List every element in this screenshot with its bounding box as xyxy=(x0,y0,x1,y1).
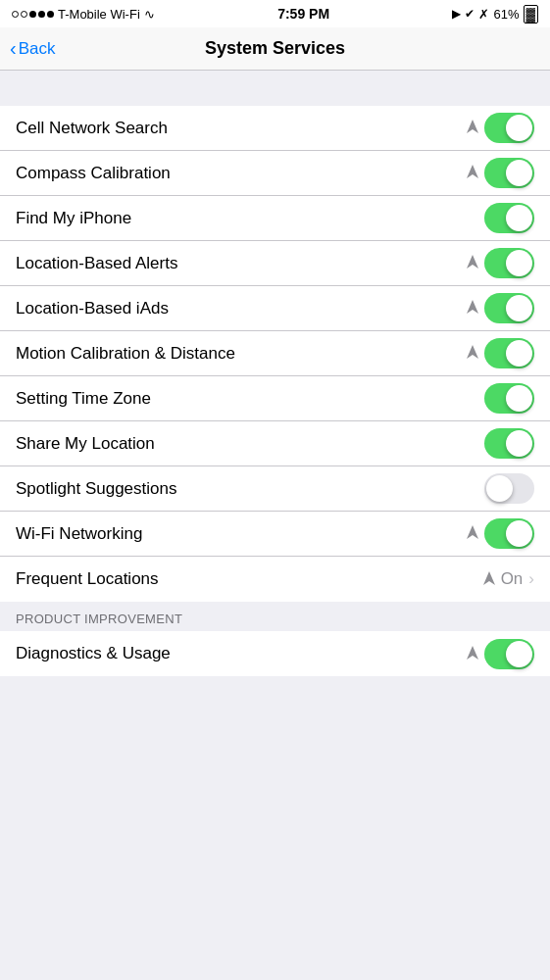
toggle-spotlight-suggestions[interactable] xyxy=(484,473,534,504)
row-label-wi-fi-networking: Wi-Fi Networking xyxy=(16,524,142,544)
toggle-knob-find-my-iphone xyxy=(506,205,532,231)
row-label-spotlight-suggestions: Spotlight Suggestions xyxy=(16,479,176,499)
row-right-cell-network-search xyxy=(467,113,534,143)
svg-marker-4 xyxy=(467,345,478,359)
signal-dot-1 xyxy=(12,11,19,18)
toggle-setting-time-zone[interactable] xyxy=(484,383,534,414)
row-label-cell-network-search: Cell Network Search xyxy=(16,119,168,138)
toggle-knob-motion-calibration xyxy=(506,340,532,367)
row-right-location-based-iads xyxy=(467,293,534,323)
location-status-icon: ▶ xyxy=(452,7,461,21)
row-share-my-location: Share My Location xyxy=(0,421,550,466)
toggle-share-my-location[interactable] xyxy=(484,428,534,459)
settings-list: Cell Network SearchCompass CalibrationFi… xyxy=(0,106,550,602)
svg-marker-3 xyxy=(467,300,478,314)
row-label-find-my-iphone: Find My iPhone xyxy=(16,209,131,228)
signal-dot-2 xyxy=(21,11,27,18)
page-title: System Services xyxy=(205,38,345,59)
direction-icon: ✔ xyxy=(465,7,475,21)
back-chevron-icon: ‹ xyxy=(10,37,17,60)
bluetooth-icon: ✗ xyxy=(478,7,489,22)
toggle-location-based-alerts[interactable] xyxy=(484,248,534,278)
row-label-share-my-location: Share My Location xyxy=(16,434,155,454)
toggle-knob-share-my-location xyxy=(506,430,532,457)
row-right-share-my-location xyxy=(484,428,534,459)
row-compass-calibration: Compass Calibration xyxy=(0,151,550,196)
location-arrow-icon xyxy=(467,300,478,317)
row-right-motion-calibration xyxy=(467,338,534,368)
toggle-location-based-iads[interactable] xyxy=(484,293,534,323)
row-label-setting-time-zone: Setting Time Zone xyxy=(16,389,151,409)
toggle-knob-spotlight-suggestions xyxy=(486,475,513,502)
row-label-diagnostics-usage: Diagnostics & Usage xyxy=(16,644,171,663)
row-right-compass-calibration xyxy=(467,158,534,188)
row-right-frequent-locations: On› xyxy=(483,569,534,589)
row-label-location-based-alerts: Location-Based Alerts xyxy=(16,254,177,273)
row-right-spotlight-suggestions xyxy=(484,473,534,504)
back-button[interactable]: ‹ Back xyxy=(10,38,55,60)
row-left-location-based-iads: Location-Based iAds xyxy=(16,299,467,318)
nav-bar: ‹ Back System Services xyxy=(0,27,550,71)
product-improvement-section: PRODUCT IMPROVEMENT xyxy=(0,602,550,631)
location-arrow-icon xyxy=(467,646,478,662)
row-right-diagnostics-usage xyxy=(467,639,534,669)
back-label: Back xyxy=(19,39,56,59)
row-left-location-based-alerts: Location-Based Alerts xyxy=(16,254,467,273)
toggle-find-my-iphone[interactable] xyxy=(484,203,534,233)
location-arrow-icon xyxy=(467,165,478,181)
row-find-my-iphone: Find My iPhone xyxy=(0,196,550,241)
row-diagnostics-usage: Diagnostics & Usage xyxy=(0,631,550,676)
battery-percent: 61% xyxy=(493,7,519,22)
toggle-knob-cell-network-search xyxy=(506,115,532,141)
toggle-cell-network-search[interactable] xyxy=(484,113,534,143)
row-left-wi-fi-networking: Wi-Fi Networking xyxy=(16,524,467,544)
row-right-location-based-alerts xyxy=(467,248,534,278)
svg-marker-2 xyxy=(467,255,478,269)
battery-icon: ▓ xyxy=(524,5,538,24)
status-right: ▶ ✔ ✗ 61% ▓ xyxy=(452,5,538,24)
status-bar: T-Mobile Wi-Fi ∿ 7:59 PM ▶ ✔ ✗ 61% ▓ xyxy=(0,0,550,27)
wifi-icon: ∿ xyxy=(144,7,155,22)
toggle-knob-compass-calibration xyxy=(506,160,532,186)
row-frequent-locations: Frequent LocationsOn› xyxy=(0,557,550,602)
row-right-setting-time-zone xyxy=(484,383,534,414)
row-wi-fi-networking: Wi-Fi Networking xyxy=(0,512,550,557)
row-left-spotlight-suggestions: Spotlight Suggestions xyxy=(16,479,484,499)
location-arrow-icon xyxy=(467,525,478,542)
status-left: T-Mobile Wi-Fi ∿ xyxy=(12,7,155,22)
row-motion-calibration: Motion Calibration & Distance xyxy=(0,331,550,376)
chevron-right-icon: › xyxy=(528,569,534,589)
bottom-settings-list: Diagnostics & Usage xyxy=(0,631,550,676)
row-left-frequent-locations: Frequent Locations xyxy=(16,569,483,589)
location-arrow-icon xyxy=(483,571,495,588)
row-left-setting-time-zone: Setting Time Zone xyxy=(16,389,484,409)
toggle-diagnostics-usage[interactable] xyxy=(484,639,534,669)
row-label-frequent-locations: Frequent Locations xyxy=(16,569,159,589)
toggle-knob-diagnostics-usage xyxy=(506,641,532,667)
toggle-knob-location-based-alerts xyxy=(506,250,532,276)
row-location-based-iads: Location-Based iAds xyxy=(0,286,550,331)
product-improvement-label: PRODUCT IMPROVEMENT xyxy=(16,612,182,626)
top-spacer xyxy=(0,71,550,106)
row-setting-time-zone: Setting Time Zone xyxy=(0,376,550,421)
signal-dot-3 xyxy=(29,11,36,18)
toggle-knob-location-based-iads xyxy=(506,295,532,321)
toggle-motion-calibration[interactable] xyxy=(484,338,534,368)
row-spotlight-suggestions: Spotlight Suggestions xyxy=(0,466,550,512)
row-left-find-my-iphone: Find My iPhone xyxy=(16,209,484,228)
row-right-wi-fi-networking xyxy=(467,518,534,549)
toggle-compass-calibration[interactable] xyxy=(484,158,534,188)
row-location-based-alerts: Location-Based Alerts xyxy=(0,241,550,286)
signal-dots xyxy=(12,11,54,18)
row-left-cell-network-search: Cell Network Search xyxy=(16,119,467,138)
row-left-diagnostics-usage: Diagnostics & Usage xyxy=(16,644,467,663)
row-left-share-my-location: Share My Location xyxy=(16,434,484,454)
svg-marker-5 xyxy=(467,525,478,539)
row-left-motion-calibration: Motion Calibration & Distance xyxy=(16,344,467,364)
toggle-wi-fi-networking[interactable] xyxy=(484,518,534,549)
status-time: 7:59 PM xyxy=(277,6,329,22)
row-left-compass-calibration: Compass Calibration xyxy=(16,164,467,183)
row-label-compass-calibration: Compass Calibration xyxy=(16,164,171,183)
signal-dot-5 xyxy=(47,11,54,18)
row-cell-network-search: Cell Network Search xyxy=(0,106,550,151)
